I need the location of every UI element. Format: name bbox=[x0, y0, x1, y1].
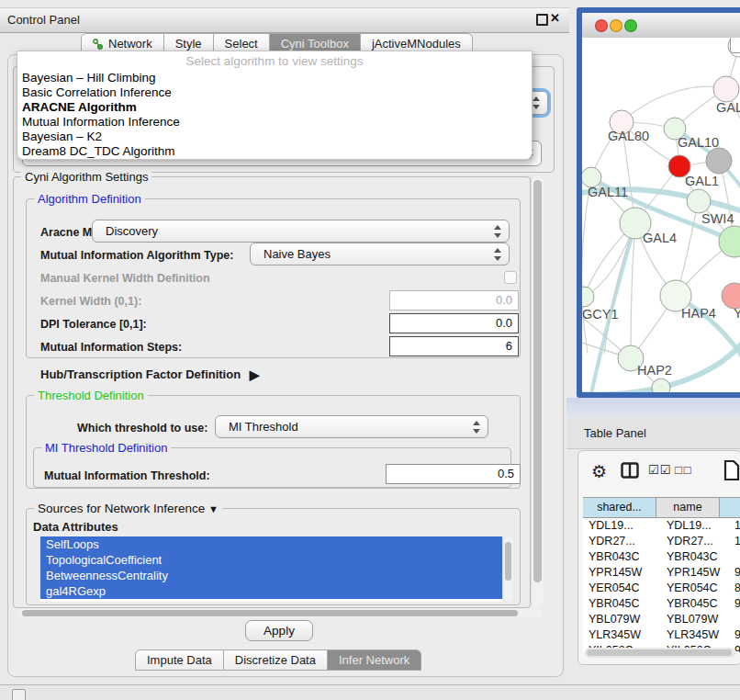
settings-vscrollbar-thumb[interactable] bbox=[533, 180, 542, 582]
apply-button[interactable]: Apply bbox=[245, 620, 313, 641]
tab-impute-data[interactable]: Impute Data bbox=[135, 649, 224, 671]
hub-definition-toggle[interactable]: Hub/Transcription Factor Definition ▶ bbox=[40, 367, 254, 381]
node-label: GAL10 bbox=[678, 135, 719, 150]
network-node-swi4[interactable] bbox=[687, 189, 711, 213]
tab-infer-network[interactable]: Infer Network bbox=[328, 649, 421, 671]
tab-label: Impute Data bbox=[147, 650, 212, 670]
attributes-scrollbar-thumb[interactable] bbox=[505, 542, 511, 581]
birdseye-box[interactable] bbox=[730, 38, 740, 53]
algorithm-definition-title: Algorithm Definition bbox=[34, 192, 145, 206]
panel-corner-icon[interactable] bbox=[12, 689, 26, 700]
network-window-titlebar[interactable] bbox=[582, 13, 740, 39]
split-columns-icon[interactable] bbox=[621, 462, 639, 479]
control-panel-titlebar: Control Panel ✕ bbox=[0, 7, 569, 33]
deselect-all-checks-icon[interactable]: □□ bbox=[675, 463, 693, 477]
table-cell: YDR27... bbox=[661, 534, 729, 549]
algorithm-popup-list: Bayesian – Hill ClimbingBasic Correlatio… bbox=[17, 71, 532, 159]
network-node-gal[interactable] bbox=[713, 76, 739, 102]
network-node-gcy1[interactable] bbox=[582, 287, 594, 307]
algorithm-option[interactable]: Bayesian – K2 bbox=[17, 130, 532, 144]
table-cell: YLR345W bbox=[583, 627, 661, 643]
table-cell: YER054C bbox=[661, 581, 729, 596]
column-header-name[interactable]: name bbox=[656, 498, 720, 517]
select-all-checks-icon[interactable]: ☑☑ bbox=[648, 463, 671, 477]
table-hscrollbar[interactable] bbox=[585, 648, 735, 658]
table-row[interactable]: YBR043CYBR043C bbox=[583, 549, 740, 565]
table-row[interactable]: YLR345WYLR345W9. bbox=[583, 627, 740, 643]
table-cell: 9. bbox=[729, 565, 740, 581]
table-row[interactable]: YDL19...YDL19...13 bbox=[583, 518, 740, 534]
table-cell: YBR043C bbox=[661, 549, 729, 565]
bottom-strip bbox=[0, 685, 740, 700]
node-label: SWI4 bbox=[701, 211, 734, 226]
network-edge[interactable] bbox=[622, 86, 726, 122]
settings-vscrollbar[interactable] bbox=[531, 175, 544, 607]
table-cell: 9. bbox=[729, 627, 740, 643]
algorithm-option[interactable]: Dream8 DC_TDC Algorithm bbox=[17, 144, 532, 159]
settings-hscrollbar-thumb[interactable] bbox=[22, 610, 518, 616]
table-hscrollbar-thumb[interactable] bbox=[587, 649, 732, 656]
collapsed-arrow-icon: ▶ bbox=[250, 367, 260, 382]
tab-discretize-data[interactable]: Discretize Data bbox=[224, 649, 328, 671]
combo-stepper-icon bbox=[494, 225, 500, 238]
network-node-y[interactable] bbox=[722, 283, 740, 309]
minimize-traffic-light[interactable] bbox=[610, 19, 622, 32]
network-node[interactable] bbox=[719, 226, 740, 257]
settings-hscrollbar[interactable] bbox=[18, 608, 543, 618]
attribute-item[interactable]: SelfLoops bbox=[40, 536, 502, 552]
close-icon[interactable]: ✕ bbox=[550, 11, 560, 25]
sources-group-title[interactable]: Sources for Network Inference ▼ bbox=[34, 502, 222, 515]
float-window-icon[interactable] bbox=[536, 14, 548, 26]
control-panel-title: Control Panel bbox=[7, 13, 80, 27]
table-cell: YBR045C bbox=[583, 596, 661, 612]
screen: Control Panel ✕ NetworkStyleSelectCyni T… bbox=[0, 0, 740, 700]
gear-icon[interactable]: ⚙ bbox=[591, 461, 607, 482]
algorithm-option[interactable]: Mutual Information Inference bbox=[17, 115, 532, 130]
table-row[interactable]: YPR145WYPR145W9. bbox=[583, 565, 740, 581]
dpi-tolerance-input[interactable]: 0.0 bbox=[389, 313, 519, 333]
column-header-A[interactable]: A bbox=[720, 498, 740, 517]
network-node[interactable] bbox=[706, 148, 732, 174]
table-row[interactable]: YBR045CYBR045C9. bbox=[583, 596, 740, 612]
table-cell bbox=[729, 612, 740, 627]
algorithm-popup-hint: Select algorithm to view settings bbox=[17, 51, 532, 71]
combo-stepper-icon bbox=[494, 248, 500, 261]
table-cell: YDL19... bbox=[661, 518, 729, 534]
mi-type-label: Mutual Information Algorithm Type: bbox=[40, 249, 233, 262]
algorithm-option[interactable]: ARACNE Algorithm bbox=[17, 100, 532, 115]
attribute-item[interactable]: BetweennessCentrality bbox=[40, 568, 502, 583]
network-window: GALGAL80GAL10GAL1GAL11SWI4GAL4GCY1HAP4YH… bbox=[577, 7, 740, 398]
tab-label: Infer Network bbox=[339, 650, 409, 670]
manual-kernel-checkbox[interactable] bbox=[504, 271, 517, 284]
network-canvas[interactable]: GALGAL80GAL10GAL1GAL11SWI4GAL4GCY1HAP4YH… bbox=[582, 38, 740, 392]
network-edge[interactable] bbox=[582, 177, 591, 354]
aracne-mode-combo[interactable]: Discovery bbox=[92, 220, 510, 243]
attribute-item[interactable]: TopologicalCoefficient bbox=[40, 552, 502, 568]
algorithm-option[interactable]: Basic Correlation Inference bbox=[17, 85, 532, 100]
new-table-icon[interactable] bbox=[723, 459, 740, 481]
table-cell: YLR345W bbox=[661, 627, 729, 643]
close-traffic-light[interactable] bbox=[595, 19, 608, 32]
kernel-width-label: Kernel Width (0,1): bbox=[40, 295, 141, 308]
kernel-width-input[interactable]: 0.0 bbox=[389, 290, 519, 310]
attributes-scrollbar[interactable] bbox=[502, 536, 513, 602]
node-label: GAL4 bbox=[643, 231, 677, 245]
zoom-traffic-light[interactable] bbox=[624, 19, 637, 32]
network-graph: GALGAL80GAL10GAL1GAL11SWI4GAL4GCY1HAP4YH… bbox=[582, 38, 740, 392]
which-threshold-combo[interactable]: MI Threshold bbox=[215, 415, 488, 438]
table-cell: YBR043C bbox=[583, 549, 661, 565]
network-icon bbox=[93, 39, 104, 50]
threshold-definition-title: Threshold Definition bbox=[34, 389, 148, 402]
mi-threshold-input[interactable]: 0.5 bbox=[386, 464, 521, 484]
network-node[interactable] bbox=[652, 378, 670, 392]
mi-steps-input[interactable]: 6 bbox=[389, 336, 519, 356]
mi-type-combo[interactable]: Naive Bayes bbox=[250, 243, 510, 265]
table-row[interactable]: YDR27...YDR27...12 bbox=[583, 534, 740, 549]
table-body: YDL19...YDL19...13YDR27...YDR27...12YBR0… bbox=[583, 518, 740, 652]
table-row[interactable]: YBL079WYBL079W bbox=[583, 612, 740, 627]
column-header-shared[interactable]: shared... bbox=[583, 498, 656, 517]
manual-kernel-label: Manual Kernel Width Definition bbox=[40, 272, 210, 285]
table-row[interactable]: YER054CYER054C8. bbox=[583, 581, 740, 596]
attribute-item[interactable]: gal4RGexp bbox=[40, 583, 502, 599]
algorithm-option[interactable]: Bayesian – Hill Climbing bbox=[17, 71, 532, 85]
